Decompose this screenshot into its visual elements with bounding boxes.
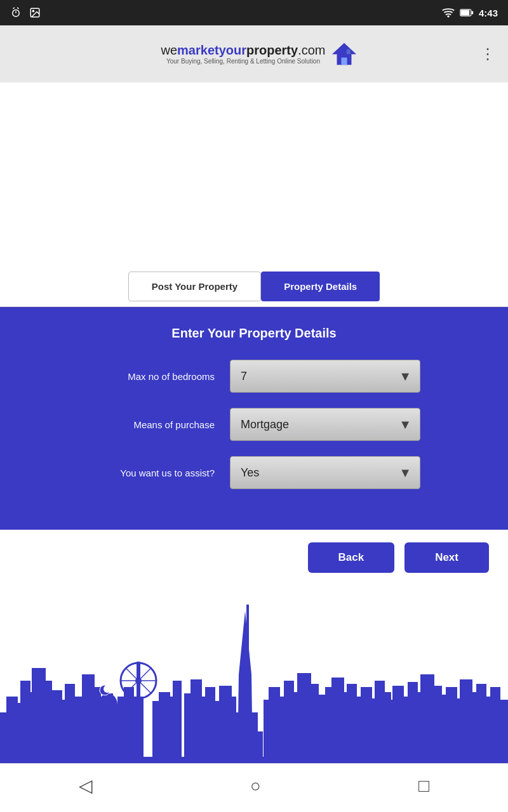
form-row-purchase: Means of purchase Cash Mortgage Bank Tra… [13, 408, 495, 441]
select-bedrooms[interactable]: 1 2 3 4 5 6 7 8 9 10+ [230, 360, 420, 393]
form-row-bedrooms: Max no of bedrooms 1 2 3 4 5 6 7 8 9 10+… [13, 360, 495, 393]
svg-point-5 [32, 10, 34, 11]
select-assist[interactable]: Yes No [230, 456, 420, 489]
form-title: Enter Your Property Details [13, 326, 495, 341]
svg-line-2 [13, 8, 15, 9]
select-wrapper-purchase: Cash Mortgage Bank Transfer Other ▼ [230, 408, 420, 441]
battery-icon [460, 8, 474, 17]
svg-rect-46 [173, 681, 182, 763]
nav-back-button[interactable]: ◁ [79, 775, 93, 796]
tabs-bar: Post Your Property Property Details [0, 266, 508, 307]
svg-rect-12 [346, 49, 350, 55]
skyline-area [0, 586, 508, 763]
back-button[interactable]: Back [308, 542, 395, 573]
logo-group: wemarketyourproperty.com Your Buying, Se… [161, 41, 358, 67]
svg-point-31 [104, 685, 111, 693]
header: wemarketyourproperty.com Your Buying, Se… [0, 25, 508, 82]
form-section: Enter Your Property Details Max no of be… [0, 307, 508, 530]
tab-property-details[interactable]: Property Details [261, 272, 380, 301]
label-assist: You want us to assist? [88, 468, 215, 478]
next-button[interactable]: Next [404, 542, 489, 573]
nav-home-button[interactable]: ○ [250, 776, 261, 796]
menu-button[interactable]: ⋮ [480, 45, 495, 63]
select-wrapper-bedrooms: 1 2 3 4 5 6 7 8 9 10+ ▼ [230, 360, 420, 393]
bottom-nav-bar: ◁ ○ □ [0, 763, 508, 808]
tab-post-your-property[interactable]: Post Your Property [128, 272, 261, 301]
status-icons-left [10, 7, 41, 18]
house-icon [331, 41, 358, 67]
photo-icon [29, 7, 41, 18]
select-wrapper-assist: Yes No ▼ [230, 456, 420, 489]
svg-rect-42 [133, 697, 144, 763]
svg-line-3 [17, 8, 18, 9]
button-row: Back Next [0, 530, 508, 586]
svg-point-41 [135, 678, 142, 684]
nav-recents-button[interactable]: □ [418, 776, 429, 796]
brand-tagline: Your Buying, Selling, Renting & Letting … [166, 58, 320, 65]
svg-rect-9 [472, 11, 474, 14]
header-logo: wemarketyourproperty.com Your Buying, Se… [161, 43, 326, 65]
status-bar: 4:43 [0, 0, 508, 25]
svg-rect-57 [230, 697, 236, 763]
svg-rect-28 [104, 693, 106, 709]
skyline-svg [0, 598, 508, 763]
svg-rect-91 [0, 757, 508, 763]
svg-point-6 [447, 15, 449, 17]
label-bedrooms: Max no of bedrooms [88, 371, 215, 382]
svg-rect-11 [341, 58, 347, 65]
wifi-icon [442, 8, 455, 18]
svg-rect-29 [110, 693, 113, 709]
status-icons-right: 4:43 [442, 8, 498, 18]
select-purchase[interactable]: Cash Mortgage Bank Transfer Other [230, 408, 420, 441]
svg-rect-90 [498, 700, 508, 763]
clock: 4:43 [479, 8, 498, 18]
alarm-icon [10, 7, 22, 18]
label-purchase: Means of purchase [88, 419, 215, 430]
svg-rect-8 [461, 10, 470, 15]
brand-name: wemarketyourproperty.com [161, 43, 326, 58]
svg-point-27 [98, 693, 117, 716]
svg-rect-50 [246, 605, 249, 649]
form-row-assist: You want us to assist? Yes No ▼ [13, 456, 495, 489]
ad-area [0, 82, 508, 266]
